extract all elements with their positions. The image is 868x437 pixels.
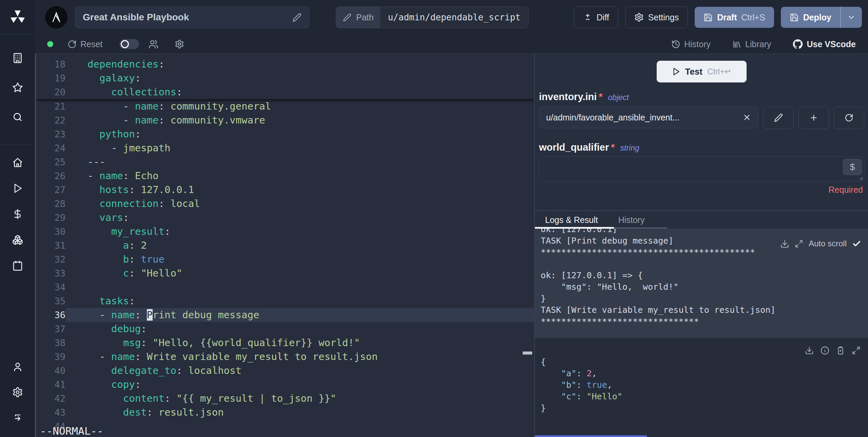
code-line[interactable]: 43 dest: result.json xyxy=(36,405,534,419)
code-line[interactable]: 33 c: "Hello" xyxy=(36,266,534,280)
line-number: 36 xyxy=(36,308,65,322)
maximize-icon[interactable] xyxy=(795,240,803,248)
code-text xyxy=(65,280,534,294)
sidebar-item-account[interactable] xyxy=(0,354,35,379)
diff-button[interactable]: Diff xyxy=(574,6,618,28)
code-line[interactable]: 20 collections: xyxy=(36,85,534,99)
settings-gear-icon xyxy=(634,13,644,22)
code-line[interactable]: 31 a: 2 xyxy=(36,239,534,252)
insert-variable-button[interactable]: $ xyxy=(843,159,862,175)
code-text: delegate_to: localhost xyxy=(65,364,534,378)
code-line[interactable]: 26- name: Echo xyxy=(36,169,534,183)
field-type: object xyxy=(608,93,629,102)
history-button[interactable]: History xyxy=(671,39,711,49)
code-line[interactable]: 28 connection: local xyxy=(36,197,534,211)
field-name: world_qualifier xyxy=(539,142,609,153)
clipboard-icon[interactable] xyxy=(836,346,845,355)
sidebar-item-workspace[interactable] xyxy=(0,43,35,73)
line-number: 41 xyxy=(36,378,65,392)
sidebar-item-home[interactable] xyxy=(0,150,35,175)
windmill-logo[interactable] xyxy=(0,0,35,34)
code-line[interactable]: 44 xyxy=(36,419,534,433)
code-line[interactable]: 39 - name: Write variable my_result to r… xyxy=(36,350,534,364)
sidebar-item-settings[interactable] xyxy=(0,379,35,405)
sidebar-item-search[interactable] xyxy=(0,102,35,132)
code-line[interactable]: 38 msg: "Hello, {{world_qualifier}} worl… xyxy=(36,336,534,350)
code-line[interactable]: 32 b: true xyxy=(36,252,534,266)
path-button[interactable]: Path u/admin/dependable_script xyxy=(336,6,528,28)
download-icon[interactable] xyxy=(805,346,814,355)
code-line[interactable]: 29 vars: xyxy=(36,211,534,225)
history-label: History xyxy=(684,39,711,49)
bottom-scrollbar-thumb[interactable] xyxy=(535,435,647,437)
code-line[interactable]: 23 python: xyxy=(36,127,534,141)
result-tabs: Logs & Result History xyxy=(535,211,868,229)
code-text: a: 2 xyxy=(65,239,534,252)
deploy-button[interactable]: Deploy xyxy=(781,7,840,28)
settings-button[interactable]: Settings xyxy=(625,6,688,28)
code-line[interactable]: 24 - jmespath xyxy=(36,141,534,155)
log-controls: Auto scroll xyxy=(780,239,861,248)
title-input[interactable]: Great Ansible Playbook xyxy=(75,6,309,28)
refresh-resource-button[interactable] xyxy=(834,107,864,129)
code-line[interactable]: 37 debug: xyxy=(36,322,534,336)
library-button[interactable]: Library xyxy=(732,39,771,49)
use-vscode-button[interactable]: Use VScode xyxy=(793,39,856,49)
code-line[interactable]: 18dependencies: xyxy=(36,57,534,71)
code-editor[interactable]: 18dependencies:19 galaxy:20 collections:… xyxy=(35,54,534,437)
code-line[interactable]: 42 content: "{{ my_result | to_json }}" xyxy=(36,392,534,405)
pencil-icon[interactable] xyxy=(292,13,302,22)
clear-icon[interactable] xyxy=(742,113,751,122)
log-output[interactable]: ok: [127.0.0.1]TASK [Print debug message… xyxy=(535,229,868,338)
code-line[interactable]: 19 galaxy: xyxy=(36,71,534,85)
world-qualifier-textarea[interactable]: $ xyxy=(539,156,864,182)
code-line[interactable]: 40 delegate_to: localhost xyxy=(36,364,534,378)
reset-button[interactable]: Reset xyxy=(67,39,102,49)
code-line[interactable]: 36 - name: Print debug message xyxy=(36,308,534,322)
inventory-resource-input[interactable]: u/admin/favorable_ansible_invent... xyxy=(539,107,758,128)
code-line[interactable]: 25--- xyxy=(36,155,534,169)
draft-button[interactable]: Draft Ctrl+S xyxy=(695,7,774,28)
pencil-icon xyxy=(343,13,351,22)
line-number: 28 xyxy=(36,197,65,211)
deploy-dropdown-button[interactable] xyxy=(841,7,862,28)
result-viewer[interactable]: { "a": 2, "b": true, "c": "Hello"} xyxy=(535,338,868,437)
add-resource-button[interactable] xyxy=(798,107,829,129)
log-line: TASK [Write variable my_result to result… xyxy=(541,304,868,316)
tab-history[interactable]: History xyxy=(608,211,655,229)
editor-settings-button[interactable] xyxy=(175,39,184,49)
tab-logs-result[interactable]: Logs & Result xyxy=(535,211,608,229)
code-line[interactable]: 21 - name: community.general xyxy=(36,99,534,113)
sidebar-item-logout[interactable] xyxy=(0,405,35,430)
sidebar-item-resources[interactable] xyxy=(0,227,35,253)
line-number: 40 xyxy=(36,364,65,378)
line-number: 23 xyxy=(36,127,65,141)
code-line[interactable]: 30 my_result: xyxy=(36,225,534,239)
collaborators-button[interactable] xyxy=(149,39,158,49)
sidebar-item-schedules[interactable] xyxy=(0,253,35,279)
line-number: 33 xyxy=(36,266,65,280)
code-text: tasks: xyxy=(65,294,534,308)
run-panel: Test Ctrl+↵ inventory.ini * object u/adm… xyxy=(534,54,868,437)
code-line[interactable]: 35 tasks: xyxy=(36,294,534,308)
info-icon[interactable] xyxy=(821,346,829,355)
code-line[interactable]: 27 hosts: 127.0.0.1 xyxy=(36,183,534,197)
sidebar-item-variables[interactable] xyxy=(0,201,35,227)
resize-handle[interactable] xyxy=(858,175,863,180)
result-json-line: } xyxy=(535,402,868,414)
code-line[interactable]: 41 copy: xyxy=(36,378,534,392)
overview-ruler-cursor-marker xyxy=(523,352,532,355)
code-line[interactable]: 22 - name: community.vmware xyxy=(36,113,534,127)
edit-resource-button[interactable] xyxy=(763,107,794,129)
download-icon[interactable] xyxy=(780,239,789,248)
check-icon[interactable] xyxy=(852,239,861,248)
code-text: - name: Echo xyxy=(65,169,534,183)
sidebar-item-favorites[interactable] xyxy=(0,73,35,102)
code-line[interactable]: 34 xyxy=(36,280,534,294)
diff-mode-toggle[interactable] xyxy=(119,39,139,49)
users-icon xyxy=(149,39,158,49)
topbar-actions: Diff Settings Draft Ctrl+S Deploy xyxy=(574,6,868,28)
test-button[interactable]: Test Ctrl+↵ xyxy=(657,61,747,82)
sidebar-item-runs[interactable] xyxy=(0,175,35,201)
maximize-icon[interactable] xyxy=(852,346,861,355)
